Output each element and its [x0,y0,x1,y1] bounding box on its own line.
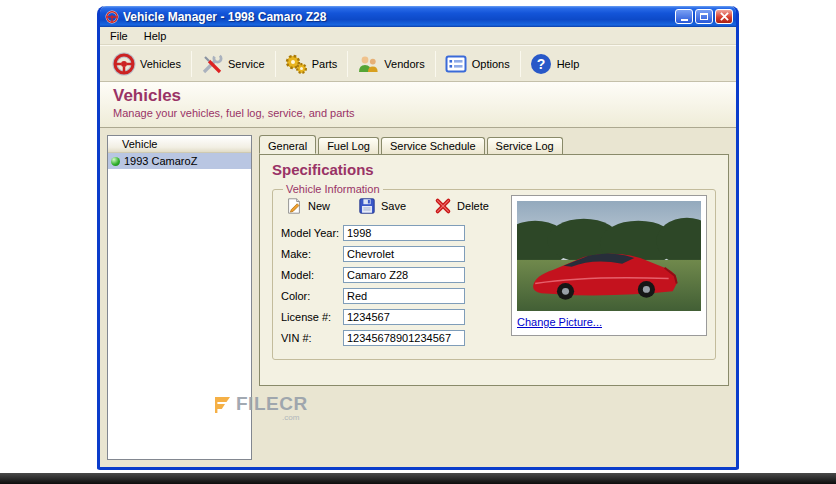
delete-button[interactable]: Delete [434,197,489,215]
toolbar-label: Vehicles [140,58,181,70]
close-button[interactable] [715,9,733,24]
vin-label: VIN #: [281,332,343,344]
vin-input[interactable] [343,330,465,346]
toolbar-label: Vendors [384,58,424,70]
bottom-strip [0,473,836,484]
tools-icon [200,52,224,76]
toolbar-button-service[interactable]: Service [194,49,273,79]
page-subtitle: Manage your vehicles, fuel log, service,… [113,107,736,119]
window-controls [675,9,733,24]
toolbar-label: Help [557,58,580,70]
toolbar-button-help[interactable]: ? Help [523,49,588,79]
desktop: Vehicle Manager - 1998 Camaro Z28 File H… [0,0,836,484]
vehicle-form: New Save Delete [281,195,489,351]
save-button[interactable]: Save [358,197,406,215]
page-title: Vehicles [113,86,736,106]
form-row: Model Year: [281,225,489,241]
general-tab-panel: Specifications Vehicle Information New [259,154,729,386]
groupbox-title: Vehicle Information [283,183,383,195]
toolbar-separator [275,51,276,77]
change-picture-link[interactable]: Change Picture... [517,316,602,328]
vehicle-photo-frame: Change Picture... [511,195,707,336]
maximize-icon [700,13,708,20]
vehicle-list-column-header[interactable]: Vehicle [108,136,251,153]
toolbar-button-vendors[interactable]: Vendors [350,49,432,79]
steering-wheel-icon [112,52,136,76]
toolbar-separator [347,51,348,77]
form-row: Color: [281,288,489,304]
model-input[interactable] [343,267,465,283]
tab-general[interactable]: General [259,135,316,154]
toolbar-label: Parts [312,58,338,70]
app-steering-wheel-icon [105,10,119,24]
form-row: License #: [281,309,489,325]
color-label: Color: [281,290,343,302]
form-row: Model: [281,267,489,283]
form-row: Make: [281,246,489,262]
main-toolbar: Vehicles Service Parts Ven [100,45,736,82]
toolbar-button-options[interactable]: Options [438,49,518,79]
people-icon [356,52,380,76]
license-label: License #: [281,311,343,323]
toolbar-separator [435,51,436,77]
toolbar-label: Service [228,58,265,70]
title-bar[interactable]: Vehicle Manager - 1998 Camaro Z28 [100,6,736,27]
toolbar-button-parts[interactable]: Parts [278,49,346,79]
tab-strip: General Fuel Log Service Schedule Servic… [259,135,729,154]
model-label: Model: [281,269,343,281]
window-title: Vehicle Manager - 1998 Camaro Z28 [123,10,671,24]
content-area: Vehicle 1993 CamaroZ General Fuel Log Se… [100,128,736,467]
tab-service-log[interactable]: Service Log [487,137,563,154]
model-year-input[interactable] [343,225,465,241]
save-button-label: Save [381,200,406,212]
green-status-ball-icon [111,157,120,166]
color-input[interactable] [343,288,465,304]
menu-file[interactable]: File [102,28,136,44]
new-button-label: New [308,200,330,212]
make-label: Make: [281,248,343,260]
minimize-button[interactable] [675,9,693,24]
new-document-icon [285,197,303,215]
vehicle-list-item[interactable]: 1993 CamaroZ [108,153,251,169]
record-actions: New Save Delete [285,197,489,215]
vehicle-list-item-label: 1993 CamaroZ [124,155,197,167]
toolbar-separator [520,51,521,77]
tab-service-schedule[interactable]: Service Schedule [381,137,485,154]
section-title: Specifications [272,161,718,178]
question-icon: ? [529,52,553,76]
close-icon [720,12,729,21]
vehicle-information-groupbox: Vehicle Information New [272,183,716,360]
license-input[interactable] [343,309,465,325]
toolbar-label: Options [472,58,510,70]
menu-help[interactable]: Help [136,28,175,44]
toolbar-separator [191,51,192,77]
toolbar-button-vehicles[interactable]: Vehicles [106,49,189,79]
gears-icon [284,52,308,76]
minimize-icon [681,19,688,21]
detail-panel: General Fuel Log Service Schedule Servic… [259,135,729,460]
menu-bar: File Help [100,27,736,45]
form-row: VIN #: [281,330,489,346]
delete-button-label: Delete [457,200,489,212]
tab-fuel-log[interactable]: Fuel Log [318,137,379,154]
model-year-label: Model Year: [281,227,343,239]
vehicle-photo [517,201,701,311]
new-button[interactable]: New [285,197,330,215]
make-input[interactable] [343,246,465,262]
red-x-icon [434,197,452,215]
maximize-button[interactable] [695,9,713,24]
list-options-icon [444,52,468,76]
page-header: Vehicles Manage your vehicles, fuel log,… [100,82,736,128]
app-window: Vehicle Manager - 1998 Camaro Z28 File H… [97,6,739,470]
photo-column: Change Picture... [511,195,707,351]
floppy-disk-icon [358,197,376,215]
vehicle-list: Vehicle 1993 CamaroZ [107,135,252,460]
svg-text:?: ? [536,56,545,72]
